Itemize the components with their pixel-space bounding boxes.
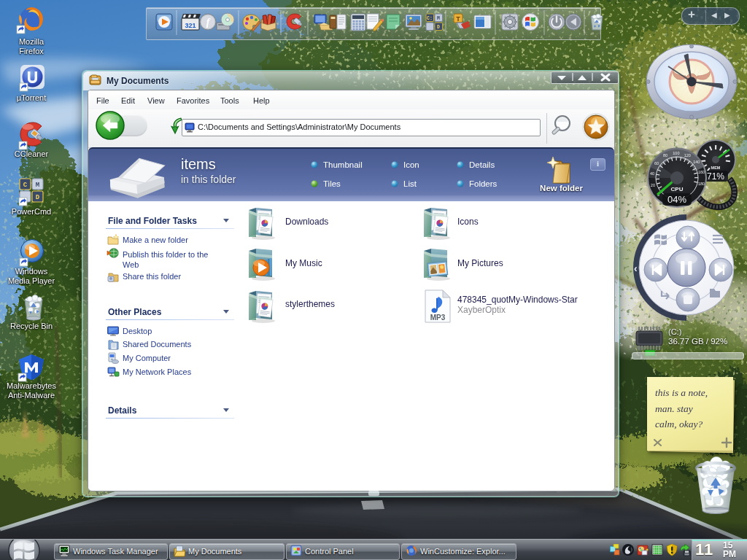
svg-text:T: T [456,15,460,23]
svg-text:Tiles: Tiles [323,179,341,188]
svg-text:MEM: MEM [711,166,721,170]
svg-text:100: 100 [673,151,679,155]
svg-text:M: M [36,182,39,189]
svg-text:M: M [437,16,440,21]
svg-text:D: D [36,194,40,201]
svg-text:60: 60 [654,161,659,166]
svg-text:‹: ‹ [634,262,638,274]
svg-text:140: 140 [693,160,700,164]
svg-text:Details: Details [469,160,495,169]
svg-text:80: 80 [663,153,667,158]
svg-text:D: D [437,25,440,30]
svg-text:C: C [23,182,28,189]
svg-text:04%: 04% [667,194,686,205]
svg-text:Thumbnail: Thumbnail [323,160,363,169]
svg-text:List: List [403,179,417,188]
svg-text:C:: C: [427,16,433,21]
svg-text:Icon: Icon [403,160,419,169]
svg-text:20: 20 [651,183,655,187]
svg-text:180: 180 [698,182,705,186]
svg-text:321: 321 [185,22,196,29]
svg-text:Folders: Folders [469,179,498,188]
svg-text:CPU: CPU [671,186,684,192]
svg-text:160: 160 [698,170,705,174]
svg-text:120: 120 [684,153,691,158]
svg-text:MP3: MP3 [430,314,446,322]
svg-text:71%: 71% [707,171,724,182]
svg-text:40: 40 [650,171,654,176]
